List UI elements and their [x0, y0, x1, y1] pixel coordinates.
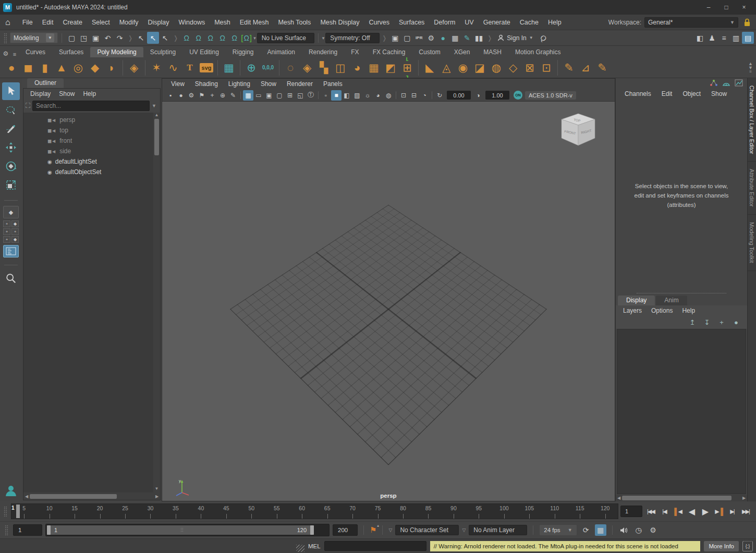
time-tick[interactable]: 110 [542, 504, 567, 519]
time-tick[interactable]: 15 [62, 504, 87, 519]
layer-sort-down-icon[interactable]: ↧ [701, 317, 713, 327]
viewport-menu-item[interactable]: Lighting [224, 80, 255, 88]
poly-text-icon[interactable]: T [181, 59, 198, 77]
scroll-right-icon[interactable]: ▶ [741, 496, 747, 500]
time-tick[interactable]: 55 [264, 504, 289, 519]
time-editor-icon[interactable]: ▦ [595, 524, 606, 536]
play-backwards-button[interactable]: ◀ [685, 505, 698, 518]
channel-box-hscrollbar[interactable]: ◀ ▶ [616, 495, 747, 501]
channel-box-menu-item[interactable]: Object [678, 90, 705, 99]
layout-split-h-button[interactable]: + [3, 228, 10, 235]
snap-to-grid-icon[interactable]: Ω [180, 32, 192, 44]
user-account-avatar[interactable] [3, 483, 19, 498]
time-tick[interactable]: 50 [239, 504, 264, 519]
triangulate-icon[interactable]: ◩ [382, 59, 399, 77]
menu-item[interactable]: Mesh Display [315, 17, 364, 28]
outliner-item-front[interactable]: ◼◄ front [23, 136, 160, 146]
shelf-tab[interactable]: Rigging [226, 47, 261, 57]
project-curve-icon[interactable]: ◪ [471, 59, 488, 77]
menu-item[interactable]: Mesh [210, 17, 235, 28]
range-bar-grip[interactable] [180, 527, 184, 533]
status-line-grip[interactable] [4, 33, 7, 43]
viewport-menu-item[interactable]: Renderer [282, 80, 318, 88]
quad-draw-icon[interactable]: ⊿ [577, 59, 594, 77]
current-time-field[interactable]: 1 [620, 506, 642, 517]
select-hierarchy-icon[interactable]: ↖ [135, 32, 147, 44]
use-all-lights-icon[interactable]: ☼ [362, 90, 373, 101]
boolean-icon[interactable]: ◈ [299, 59, 315, 77]
layout-outliner-persp-button[interactable] [3, 245, 19, 257]
time-tick[interactable]: 120 [592, 504, 617, 519]
layer-editor-tab[interactable]: Display [618, 296, 655, 305]
shelf-tab[interactable]: Curves [19, 47, 52, 57]
image-plane-icon[interactable]: + [207, 90, 217, 101]
camera-attributes-icon[interactable]: ⚙ [186, 90, 197, 101]
menu-item[interactable]: Windows [174, 17, 210, 28]
workspace-select[interactable]: General* ▼ [644, 17, 738, 28]
zoom-tool[interactable] [2, 269, 20, 287]
time-tick[interactable]: 40 [188, 504, 213, 519]
select-tool[interactable] [2, 82, 20, 100]
offset-edge-loop-icon[interactable]: ◬ [438, 59, 455, 77]
range-end-handle[interactable] [310, 525, 314, 535]
xyz-axis-icon[interactable] [710, 79, 718, 87]
menu-item[interactable]: Display [143, 17, 174, 28]
bookmark-icon[interactable]: ⚑ [197, 90, 207, 101]
motion-blur-icon[interactable]: ◔ [419, 90, 430, 101]
time-tick[interactable]: 25 [113, 504, 138, 519]
time-tick[interactable]: 65 [314, 504, 339, 519]
tool-settings-icon[interactable]: ▥ [730, 32, 742, 44]
rotate-tool[interactable] [2, 157, 20, 175]
time-slider-grip[interactable] [4, 506, 7, 517]
outliner-item-defaultLightSet[interactable]: ◉ defaultLightSet [23, 156, 160, 167]
scroll-up-icon[interactable]: ▲ [155, 113, 159, 119]
tab-attribute-editor[interactable]: Attribute Editor [748, 162, 756, 215]
shelf-tab[interactable]: Surfaces [52, 47, 90, 57]
outliner-item-defaultObjectSet[interactable]: ◉ defaultObjectSet [23, 167, 160, 177]
live-surface-field[interactable]: No Live Surface [257, 33, 314, 43]
layout-two-pane-button[interactable]: + [3, 236, 10, 243]
scroll-left-icon[interactable]: ◀ [616, 496, 622, 500]
render-current-frame-icon[interactable]: ▢ [401, 32, 413, 44]
speed-dial-icon[interactable] [722, 79, 730, 87]
go-to-end-button[interactable]: ▶▶| [739, 505, 752, 518]
grid-toggle-icon[interactable]: ▦ [243, 90, 253, 101]
anim-layer-select[interactable]: No Anim Layer [469, 525, 527, 535]
resize-grip[interactable] [296, 545, 304, 552]
home-icon[interactable]: ⌂ [5, 18, 10, 27]
menu-item[interactable]: Generate [479, 17, 515, 28]
layer-editor-tab[interactable]: Anim [656, 296, 687, 305]
outliner-item-top[interactable]: ◼◄ top [23, 125, 160, 136]
loop-playback-icon[interactable]: ⟳ [580, 524, 592, 536]
pause-viewport-icon[interactable]: ▮▮ [473, 32, 485, 44]
shelf-menu-icon[interactable]: ≡ [10, 51, 19, 57]
attribute-editor-toggle-icon[interactable]: ▤ [742, 32, 754, 44]
textured-icon[interactable]: ▨ [352, 90, 362, 101]
chevron-down-icon[interactable]: ▼ [152, 103, 158, 108]
character-controls-icon[interactable]: ♟ [706, 32, 718, 44]
move-tool[interactable] [2, 139, 20, 156]
resolution-gate-icon[interactable]: ▣ [264, 90, 274, 101]
make-live-icon[interactable]: Ω [240, 32, 252, 44]
script-editor-icon[interactable]: {;} [742, 541, 753, 551]
poly-torus-icon[interactable]: ◎ [70, 59, 87, 77]
multi-cut-icon[interactable]: ⊠ [521, 59, 538, 77]
create-bookmark-icon[interactable]: ⚑+ [370, 525, 376, 535]
chevron-down-icon[interactable]: ▾ [253, 35, 256, 41]
time-tick[interactable]: 5 [11, 504, 36, 519]
wireframe-icon[interactable]: ▫ [321, 90, 331, 101]
time-tick[interactable]: 45 [214, 504, 239, 519]
close-button[interactable]: × [735, 1, 753, 14]
filter-icon[interactable]: ⛶ [26, 102, 30, 110]
menu-item[interactable]: Surfaces [394, 17, 429, 28]
time-tick[interactable]: 30 [138, 504, 163, 519]
bridge-icon[interactable]: ◉ [455, 59, 471, 77]
viewport-menu-item[interactable]: View [166, 80, 189, 88]
safe-title-icon[interactable]: Ⓣ [306, 90, 316, 101]
scale-tool[interactable] [2, 176, 20, 194]
subdivide-icon[interactable]: ▦ [365, 59, 382, 77]
step-forward-key-button[interactable]: ▶ [712, 505, 725, 518]
time-tick[interactable]: 20 [87, 504, 112, 519]
time-tick[interactable]: 75 [365, 504, 390, 519]
layout-persp-outliner-button[interactable]: ◆ [11, 220, 19, 227]
